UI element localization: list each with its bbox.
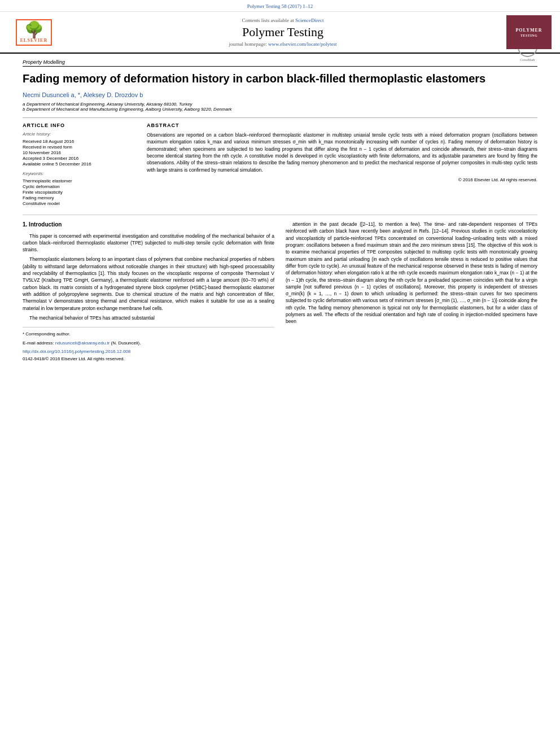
journal-citation: Polymer Testing 58 (2017) 1–12 xyxy=(0,0,560,12)
science-direct-link[interactable]: ScienceDirect xyxy=(295,18,323,23)
intro-para-2: The mechanical behavior of TPEs has attr… xyxy=(23,314,274,321)
affiliation-b: b Department of Mechanical and Manufactu… xyxy=(23,107,537,112)
email-prefix: E-mail address: xyxy=(23,340,54,346)
author-email-link[interactable]: ndusunceli@aksaray.edu.tr xyxy=(55,340,110,346)
info-abstract-section: ARTICLE INFO Article history: Received 1… xyxy=(23,117,537,207)
email-line: E-mail address: ndusunceli@aksaray.edu.t… xyxy=(23,340,274,347)
intro-para-0: This paper is concerned with experimenta… xyxy=(23,233,274,254)
pt-logo: POLYMER TESTING xyxy=(504,15,554,49)
keywords-label: Keywords: xyxy=(23,171,135,176)
pt-logo-box: POLYMER TESTING xyxy=(506,15,552,49)
intro-para-1: Thermoplastic elastomers belong to an im… xyxy=(23,256,274,312)
elsevier-logo: 🌳 ELSEVIER xyxy=(6,19,62,46)
introduction-heading: 1. Introduction xyxy=(23,221,274,229)
contents-available-line: Contents lists available at ScienceDirec… xyxy=(68,18,498,23)
corresponding-author-note: * Corresponding author. xyxy=(23,331,274,338)
history-received: Received 18 August 2016 xyxy=(23,139,135,144)
intro-col2-para-0: attention in the past decade ([2–11], to… xyxy=(286,221,537,325)
article-info-column: ARTICLE INFO Article history: Received 1… xyxy=(23,123,135,207)
abstract-column: ABSTRACT Observations are reported on a … xyxy=(147,123,537,207)
journal-info: Contents lists available at ScienceDirec… xyxy=(68,18,498,47)
section-label: Property Modelling xyxy=(23,59,537,67)
history-label: Article history: xyxy=(23,132,135,137)
keyword-4: Constitutive model xyxy=(23,201,135,206)
pt-logo-subtitle: TESTING xyxy=(520,34,537,37)
copyright-text: © 2016 Elsevier Ltd. All rights reserved… xyxy=(147,177,537,184)
affiliations: a Department of Mechanical Engineering, … xyxy=(23,102,537,112)
elsevier-tree-icon: 🌳 xyxy=(24,22,44,38)
main-col-right: attention in the past decade ([2–11], to… xyxy=(286,221,537,362)
journal-title: Polymer Testing xyxy=(68,25,498,40)
keyword-1: Cyclic deformation xyxy=(23,184,135,189)
main-content: 1. Introduction This paper is concerned … xyxy=(23,221,537,362)
abstract-heading: ABSTRACT xyxy=(147,123,537,128)
keyword-2: Finite viscoplasticity xyxy=(23,190,135,195)
doi-link[interactable]: http://dx.doi.org/10.1016/j.polymertesti… xyxy=(23,348,274,355)
elsevier-name: ELSEVIER xyxy=(20,38,47,43)
doi-anchor[interactable]: http://dx.doi.org/10.1016/j.polymertesti… xyxy=(23,349,130,354)
pt-logo-title: POLYMER xyxy=(515,28,542,33)
main-col-left: 1. Introduction This paper is concerned … xyxy=(23,221,274,362)
crossmark-label: CrossMark xyxy=(518,58,537,62)
elsevier-logo-box: 🌳 ELSEVIER xyxy=(16,19,52,46)
issn-text: 0142-9418/© 2016 Elsevier Ltd. All right… xyxy=(23,356,274,362)
citation-text: Polymer Testing 58 (2017) 1–12 xyxy=(247,3,313,9)
keyword-3: Fading memory xyxy=(23,195,135,200)
history-accepted: Accepted 3 December 2016 xyxy=(23,156,135,161)
author-names: Necmi Dusunceli a, *, Aleksey D. Drozdov… xyxy=(23,91,143,98)
article-info-heading: ARTICLE INFO xyxy=(23,123,135,128)
history-revised-date: 10 November 2016 xyxy=(23,150,135,155)
email-suffix: (N. Dusunceli). xyxy=(111,340,141,346)
history-revised-label: Received in revised form xyxy=(23,145,135,150)
contents-prefix: Contents lists available at xyxy=(242,18,294,23)
keyword-0: Thermoplastic elastomer xyxy=(23,178,135,184)
homepage-prefix: journal homepage: xyxy=(229,41,267,47)
journal-header: 🌳 ELSEVIER Contents lists available at S… xyxy=(0,12,560,54)
article-footer: * Corresponding author. E-mail address: … xyxy=(23,327,274,362)
history-online: Available online 5 December 2016 xyxy=(23,161,135,167)
abstract-text: Observations are reported on a carbon bl… xyxy=(147,132,537,173)
journal-homepage-link[interactable]: www.elsevier.com/locate/polytest xyxy=(268,41,336,47)
affiliation-a: a Department of Mechanical Engineering, … xyxy=(23,102,537,107)
authors-line: Necmi Dusunceli a, *, Aleksey D. Drozdov… xyxy=(23,91,537,98)
section-divider xyxy=(23,215,537,215)
article-title: Fading memory of deformation history in … xyxy=(23,71,537,86)
article-body: Property Modelling ✓ CrossMark Fading me… xyxy=(0,54,560,368)
homepage-line: journal homepage: www.elsevier.com/locat… xyxy=(68,41,498,47)
